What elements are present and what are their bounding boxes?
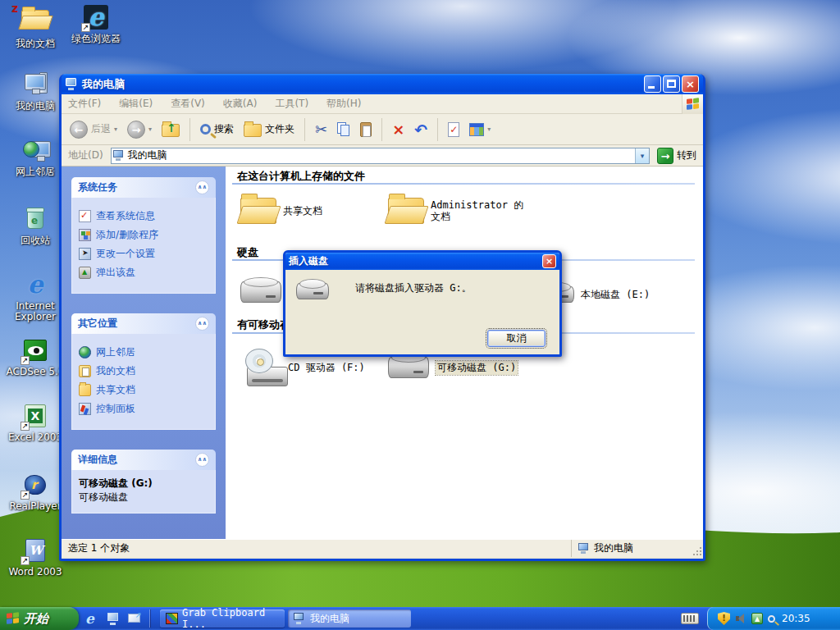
cancel-button[interactable]: 取消 <box>487 330 546 347</box>
hard-disk-icon <box>240 281 281 303</box>
address-dropdown-icon[interactable]: ▾ <box>635 148 649 163</box>
my-computer-icon <box>21 72 49 98</box>
back-dropdown-icon[interactable]: ▾ <box>114 126 117 133</box>
cut-button[interactable]: ✂ <box>312 119 331 139</box>
shortcut-arrow-icon: ↗ <box>21 422 30 431</box>
address-bar: 地址(D) 我的电脑 ▾ → 转到 <box>62 145 703 167</box>
dialog-titlebar[interactable]: 插入磁盘 × <box>285 253 559 270</box>
item-hard-disk[interactable] <box>240 281 281 303</box>
dialog-close-button[interactable]: × <box>542 254 556 268</box>
place-shared-documents[interactable]: 共享文档 <box>79 383 208 397</box>
check-document-icon <box>448 122 459 137</box>
details-panel: 详细信息 ∧∧ 可移动磁盘 (G:) 可移动磁盘 <box>71 450 216 514</box>
safely-remove-hardware-icon[interactable]: ▲ <box>751 613 763 624</box>
go-button[interactable]: → 转到 <box>654 148 700 164</box>
up-folder-icon: ↑ <box>162 124 180 137</box>
task-sidebar: 系统任务 ∧∧ 查看系统信息 添加/删除程序 更改一个设置 弹出该盘 其它位置 … <box>62 167 226 539</box>
window-titlebar[interactable]: 我的电脑 × <box>62 74 703 94</box>
task-change-setting[interactable]: 更改一个设置 <box>79 247 208 261</box>
collapse-chevron-icon[interactable]: ∧∧ <box>195 453 209 467</box>
add-remove-icon <box>79 229 91 241</box>
window-title: 我的电脑 <box>82 77 644 92</box>
close-button[interactable]: × <box>682 75 699 93</box>
details-header[interactable]: 详细信息 ∧∧ <box>71 450 216 470</box>
status-bar: 选定 1 个对象 我的电脑 <box>62 539 703 557</box>
task-add-remove-programs[interactable]: 添加/删除程序 <box>79 228 208 242</box>
resize-grip[interactable] <box>692 546 702 556</box>
sync-button[interactable] <box>445 121 463 139</box>
copy-button[interactable] <box>334 121 354 139</box>
forward-button[interactable]: → ▾ <box>124 119 155 140</box>
quick-launch: e <box>79 609 157 628</box>
delete-icon: × <box>392 121 404 138</box>
system-tasks-header[interactable]: 系统任务 ∧∧ <box>71 177 216 198</box>
task-button-my-computer[interactable]: 我的电脑 <box>288 609 411 628</box>
security-shield-icon[interactable]: ! <box>718 612 730 625</box>
dialog-message: 请将磁盘插入驱动器 G:。 <box>355 281 472 295</box>
minimize-button[interactable] <box>644 75 661 93</box>
delete-button[interactable]: × <box>389 119 408 139</box>
my-computer-icon <box>66 78 79 90</box>
views-icon <box>469 123 484 136</box>
toolbar: ← 后退 ▾ → ▾ ↑ 搜索 文件夹 ✂ × ↶ ▾ <box>62 114 703 145</box>
task-eject-disk[interactable]: 弹出该盘 <box>79 266 208 280</box>
menu-favorites[interactable]: 收藏(A) <box>223 97 258 111</box>
details-item-name: 可移动磁盘 (G:) <box>79 477 208 491</box>
other-places-header[interactable]: 其它位置 ∧∧ <box>71 313 216 334</box>
cut-icon: ✂ <box>315 121 327 138</box>
section-hdd-header: 硬盘 <box>237 245 258 260</box>
toolbar-separator <box>381 118 382 141</box>
maximize-button[interactable] <box>663 75 680 93</box>
place-network[interactable]: 网上邻居 <box>79 345 208 359</box>
paste-button[interactable] <box>357 121 375 139</box>
my-computer-icon <box>113 150 125 161</box>
views-dropdown-icon[interactable]: ▾ <box>487 126 491 133</box>
place-control-panel[interactable]: 控制面板 <box>79 402 208 416</box>
magnifier-tray-icon[interactable] <box>768 615 775 623</box>
desktop-icon-green-browser[interactable]: e ↗ 绿色浏览器 <box>61 5 131 44</box>
copy-icon <box>337 122 350 137</box>
input-method-keyboard-icon[interactable] <box>681 613 699 624</box>
item-removable-disk-g[interactable]: 可移动磁盘 (G:) <box>388 357 518 378</box>
change-setting-icon <box>79 248 91 260</box>
disk-drive-icon <box>296 283 329 299</box>
item-administrator-documents[interactable]: Administrator 的文档 <box>388 198 531 224</box>
collapse-chevron-icon[interactable]: ∧∧ <box>195 180 209 194</box>
menu-tools[interactable]: 工具(T) <box>275 97 308 111</box>
windows-logo-icon <box>682 94 703 114</box>
views-button[interactable]: ▾ <box>466 121 494 138</box>
folders-button[interactable]: 文件夹 <box>240 120 298 139</box>
go-arrow-icon: → <box>657 148 673 164</box>
menu-view[interactable]: 查看(V) <box>171 97 205 111</box>
system-tray: ! ▲ 20:35 <box>707 607 840 630</box>
undo-button[interactable]: ↶ <box>411 119 431 140</box>
task-button-grab-clipboard[interactable]: Grab Clipboard I... <box>160 609 285 628</box>
forward-dropdown-icon[interactable]: ▾ <box>148 126 152 133</box>
menu-bar: 文件(F) 编辑(E) 查看(V) 收藏(A) 工具(T) 帮助(H) <box>62 94 703 114</box>
realplayer-icon: r ↗ <box>21 472 49 499</box>
search-icon <box>200 124 211 135</box>
collapse-chevron-icon[interactable]: ∧∧ <box>195 317 209 331</box>
search-button[interactable]: 搜索 <box>197 121 237 138</box>
menu-help[interactable]: 帮助(H) <box>326 97 361 111</box>
item-shared-documents[interactable]: 共享文档 <box>240 198 322 224</box>
place-my-documents[interactable]: 我的文档 <box>79 364 208 378</box>
taskbar: 开始 e Grab Clipboard I... 我的电脑 ! ▲ 20:35 <box>0 607 840 630</box>
status-location: 我的电脑 <box>572 540 703 557</box>
eject-disk-icon <box>79 267 91 279</box>
back-button[interactable]: ← 后退 ▾ <box>66 119 121 140</box>
address-input[interactable]: 我的电脑 ▾ <box>111 148 650 164</box>
toolbar-separator <box>304 118 305 141</box>
insert-disk-dialog: 插入磁盘 × 请将磁盘插入驱动器 G:。 取消 <box>283 250 562 357</box>
quick-launch-ie-icon[interactable]: e <box>85 611 100 626</box>
quick-launch-mail-icon[interactable] <box>128 611 143 626</box>
volume-icon[interactable] <box>735 613 746 624</box>
show-desktop-icon[interactable] <box>107 611 121 626</box>
up-button[interactable]: ↑ <box>158 120 183 139</box>
excel-icon: X ↗ <box>21 404 49 430</box>
toolbar-separator <box>189 118 190 141</box>
menu-edit[interactable]: 编辑(E) <box>119 97 153 111</box>
start-button[interactable]: 开始 <box>0 607 79 630</box>
task-view-system-info[interactable]: 查看系统信息 <box>79 209 208 223</box>
menu-file[interactable]: 文件(F) <box>68 97 101 111</box>
